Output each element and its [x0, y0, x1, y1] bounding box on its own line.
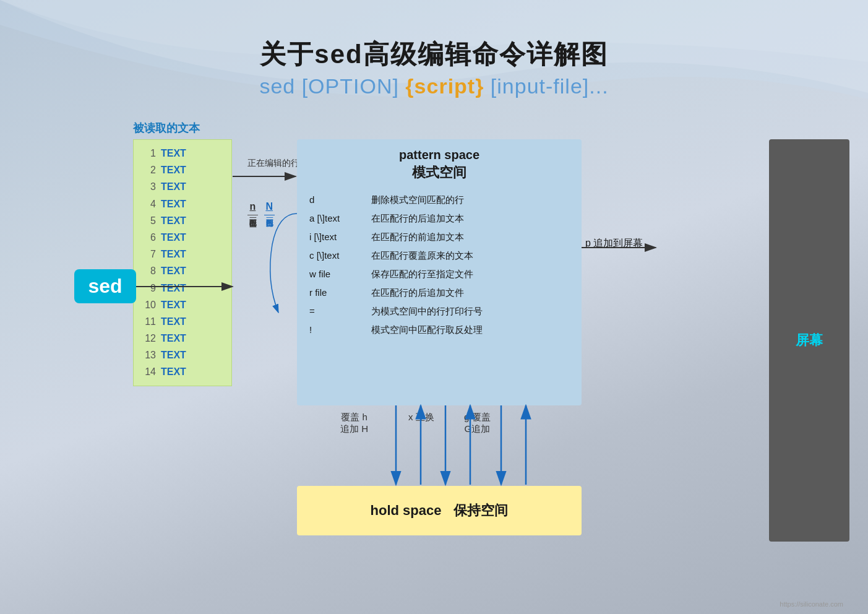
list-item: 9TEXT — [141, 280, 224, 296]
subtitle-part1: sed [OPTION] — [259, 74, 405, 98]
hold-subtitle: 保持空间 — [453, 501, 508, 520]
cover-h-label: 覆盖 h追加 H — [340, 412, 368, 435]
text-list-box: 1TEXT 2TEXT 3TEXT 4TEXT 5TEXT 6TEXT 7TEX… — [133, 139, 232, 386]
hold-title: hold space — [371, 503, 442, 519]
cmd-desc-eq: 为模式空间中的行打印行号 — [371, 302, 483, 321]
cmd-key-w: w file — [309, 265, 359, 283]
command-list: d 删除模式空间匹配的行 a [\]text 在匹配行的后追加文本 i [\]t… — [297, 191, 582, 339]
cmd-desc-w: 保存匹配的行至指定文件 — [371, 265, 473, 283]
list-item: 5TEXT — [141, 212, 224, 229]
list-item: 1TEXT — [141, 145, 224, 162]
pattern-space-box: pattern space 模式空间 d 删除模式空间匹配的行 a [\]tex… — [297, 139, 582, 405]
cmd-desc-r: 在匹配行的后追加文件 — [371, 283, 464, 302]
x-text: x 互换 — [408, 412, 434, 422]
pattern-subtitle: 模式空间 — [297, 163, 582, 182]
cmd-row-d: d 删除模式空间匹配的行 — [309, 191, 569, 209]
p-label: p 追加到屏幕 — [585, 237, 643, 250]
list-item: 3TEXT — [141, 178, 224, 195]
cmd-key-a: a [\]text — [309, 209, 359, 228]
title-suffix: 高级编辑命令详解图 — [363, 40, 608, 69]
hold-space-box: hold space 保持空间 — [297, 486, 582, 535]
list-item: 2TEXT — [141, 162, 224, 178]
g-label: g 覆盖G追加 — [464, 412, 491, 435]
cmd-desc-i: 在匹配行的前追加文本 — [371, 228, 464, 246]
list-item: 7TEXT — [141, 246, 224, 262]
list-item: 4TEXT — [141, 196, 224, 212]
sed-box: sed — [74, 269, 136, 303]
N-label: N — [265, 201, 273, 212]
list-item: 13TEXT — [141, 347, 224, 363]
n-label: n — [250, 201, 256, 212]
cover-h-text: 覆盖 h追加 H — [340, 412, 368, 434]
subtitle: sed [OPTION] {script} [input-file]... — [259, 74, 608, 98]
cmd-row-i: i [\]text 在匹配行的前追加文本 — [309, 228, 569, 246]
cmd-key-eq: = — [309, 302, 359, 321]
cmd-key-i: i [\]text — [309, 228, 359, 246]
cmd-desc-a: 在匹配行的后追加文本 — [371, 209, 464, 228]
cmd-row-a: a [\]text 在匹配行的后追加文本 — [309, 209, 569, 228]
watermark: https://siliconate.com — [780, 600, 843, 608]
x-label: x 互换 — [408, 412, 434, 423]
cmd-key-r: r file — [309, 283, 359, 302]
cmd-row-eq: = 为模式空间中的行打印行号 — [309, 302, 569, 321]
n-n-box: n 匹配的下一行覆盖 N 匹配的下一行追加 — [247, 201, 275, 215]
cmd-key-c: c [\]text — [309, 246, 359, 265]
title-block: 关于sed高级编辑命令详解图 sed [OPTION] {script} [in… — [259, 37, 608, 98]
list-item: 10TEXT — [141, 296, 224, 313]
list-item: 11TEXT — [141, 313, 224, 330]
wenben-label: 被读取的文本 — [133, 121, 200, 136]
n-desc: 匹配的下一行覆盖 — [247, 214, 258, 215]
cmd-row-c: c [\]text 在匹配行覆盖原来的文本 — [309, 246, 569, 265]
cmd-desc-excl: 模式空间中匹配行取反处理 — [371, 321, 483, 339]
cmd-key-excl: ! — [309, 321, 359, 339]
cmd-key-d: d — [309, 191, 359, 209]
list-item: 12TEXT — [141, 330, 224, 347]
cmd-row-excl: ! 模式空间中匹配行取反处理 — [309, 321, 569, 339]
list-item: 8TEXT — [141, 262, 224, 279]
screen-box: 屏幕 — [769, 139, 849, 542]
editing-label: 正在编辑的行 — [247, 158, 299, 169]
main-title: 关于sed高级编辑命令详解图 — [259, 37, 608, 72]
sed-label: sed — [88, 275, 122, 298]
title-sed: sed — [314, 40, 363, 69]
subtitle-script: {script} — [405, 74, 484, 98]
screen-label: 屏幕 — [796, 331, 823, 350]
pattern-title: pattern space — [297, 139, 582, 162]
cmd-desc-d: 删除模式空间匹配的行 — [371, 191, 464, 209]
subtitle-part2: [input-file]... — [484, 74, 608, 98]
N-desc: 匹配的下一行追加 — [264, 214, 275, 215]
cmd-row-w: w file 保存匹配的行至指定文件 — [309, 265, 569, 283]
title-prefix: 关于 — [260, 40, 314, 69]
diagram-area: 被读取的文本 1TEXT 2TEXT 3TEXT 4TEXT 5TEXT 6TE… — [37, 121, 868, 589]
cmd-desc-c: 在匹配行覆盖原来的文本 — [371, 246, 473, 265]
list-item: 14TEXT — [141, 363, 224, 380]
cmd-row-r: r file 在匹配行的后追加文件 — [309, 283, 569, 302]
main-content: 关于sed高级编辑命令详解图 sed [OPTION] {script} [in… — [0, 37, 868, 105]
list-item: 6TEXT — [141, 229, 224, 246]
g-text: g 覆盖G追加 — [464, 412, 491, 434]
